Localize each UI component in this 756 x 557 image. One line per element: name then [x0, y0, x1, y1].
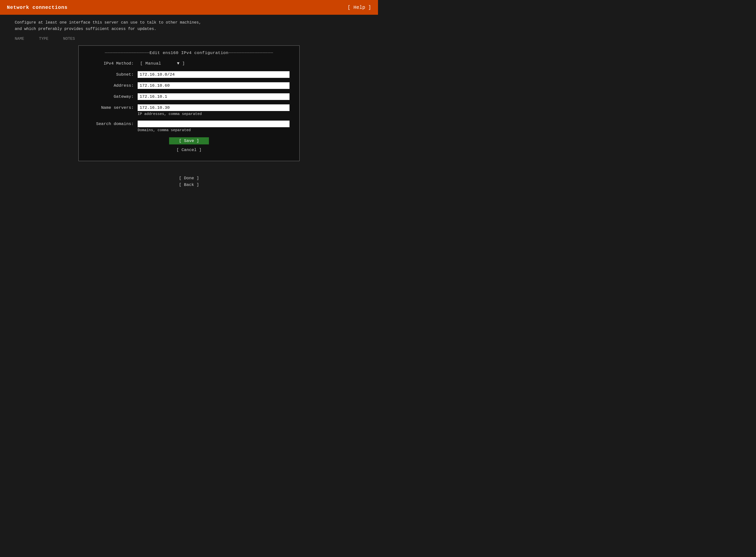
dialog-title: Edit ens160 IPv4 configuration: [88, 51, 289, 55]
header: Network connections [ Help ]: [0, 0, 378, 15]
save-button[interactable]: [ Save ]: [169, 137, 209, 144]
address-field-wrapper: [138, 82, 289, 89]
done-button[interactable]: [ Done ]: [169, 176, 209, 180]
search-domains-label: Search domains:: [88, 121, 138, 126]
ipv4-method-row: IPv4 Method: [ Manual ▼ ]: [88, 61, 289, 66]
gateway-input[interactable]: [138, 93, 289, 100]
subnet-row: Subnet:: [88, 71, 289, 78]
nameservers-row: Name servers: IP addresses, comma separa…: [88, 105, 289, 116]
description: Configure at least one interface this se…: [0, 15, 378, 35]
search-domains-hint: Domains, comma separated: [138, 128, 289, 133]
ipv4-method-open: [138, 61, 140, 66]
nameservers-label: Name servers:: [88, 105, 138, 110]
footer: [ Done ] [ Back ]: [0, 176, 378, 187]
col-notes: NOTES: [63, 37, 75, 41]
nameservers-field-wrapper: IP addresses, comma separated: [138, 105, 289, 116]
description-line2: and which preferably provides sufficient…: [15, 26, 363, 32]
buttons-section: [ Save ] [ Cancel ]: [88, 137, 289, 153]
search-domains-field-wrapper: Domains, comma separated: [138, 121, 289, 133]
back-button[interactable]: [ Back ]: [169, 182, 209, 187]
ipv4-method-dropdown[interactable]: [ Manual ▼ ]: [140, 61, 185, 66]
search-domains-row: Search domains: Domains, comma separated: [88, 121, 289, 133]
ipv4-method-label: IPv4 Method:: [88, 61, 138, 66]
columns-header: NAME TYPE NOTES: [0, 35, 378, 43]
gateway-row: Gateway:: [88, 93, 289, 100]
description-line1: Configure at least one interface this se…: [15, 20, 363, 26]
page-title: Network connections: [7, 5, 67, 10]
main-content: Edit ens160 IPv4 configuration IPv4 Meth…: [0, 43, 378, 164]
subnet-label: Subnet:: [88, 71, 138, 77]
gateway-label: Gateway:: [88, 93, 138, 99]
nameservers-hint: IP addresses, comma separated: [138, 112, 289, 116]
subnet-input[interactable]: [138, 71, 289, 78]
col-type: TYPE: [39, 37, 48, 41]
search-domains-input[interactable]: [138, 121, 289, 127]
subnet-field-wrapper: [138, 71, 289, 78]
address-input[interactable]: [138, 82, 289, 89]
help-button[interactable]: [ Help ]: [347, 5, 371, 10]
address-row: Address:: [88, 82, 289, 89]
col-name: NAME: [15, 37, 24, 41]
cancel-button[interactable]: [ Cancel ]: [167, 146, 212, 153]
nameservers-input[interactable]: [138, 105, 289, 111]
dialog-box: Edit ens160 IPv4 configuration IPv4 Meth…: [78, 46, 300, 161]
gateway-field-wrapper: [138, 93, 289, 100]
address-label: Address:: [88, 82, 138, 88]
